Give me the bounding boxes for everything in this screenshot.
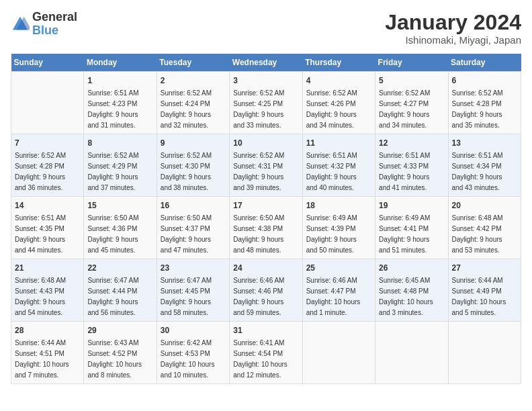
day-info: Sunrise: 6:52 AMSunset: 4:30 PMDaylight:… — [161, 150, 226, 193]
day-info: Sunrise: 6:50 AMSunset: 4:36 PMDaylight:… — [87, 213, 152, 256]
calendar-cell — [375, 322, 448, 384]
calendar-cell: 2Sunrise: 6:52 AMSunset: 4:24 PMDaylight… — [157, 72, 229, 134]
day-number: 4 — [306, 75, 371, 87]
calendar-week-2: 14Sunrise: 6:51 AMSunset: 4:35 PMDayligh… — [11, 197, 521, 259]
page-header: General Blue January 2024 Ishinomaki, Mi… — [11, 11, 521, 46]
day-info: Sunrise: 6:47 AMSunset: 4:44 PMDaylight:… — [87, 275, 152, 318]
day-info: Sunrise: 6:47 AMSunset: 4:45 PMDaylight:… — [161, 275, 226, 318]
calendar-cell: 20Sunrise: 6:48 AMSunset: 4:42 PMDayligh… — [448, 197, 521, 259]
dow-header-tuesday: Tuesday — [157, 54, 229, 72]
calendar-cell: 27Sunrise: 6:44 AMSunset: 4:49 PMDayligh… — [448, 259, 521, 322]
day-info: Sunrise: 6:51 AMSunset: 4:34 PMDaylight:… — [452, 150, 517, 193]
day-number: 3 — [233, 75, 298, 87]
day-info: Sunrise: 6:51 AMSunset: 4:35 PMDaylight:… — [15, 213, 80, 256]
day-info: Sunrise: 6:52 AMSunset: 4:28 PMDaylight:… — [452, 88, 517, 131]
day-number: 2 — [161, 75, 226, 87]
calendar-cell: 19Sunrise: 6:49 AMSunset: 4:41 PMDayligh… — [375, 197, 448, 259]
calendar-cell: 12Sunrise: 6:51 AMSunset: 4:33 PMDayligh… — [375, 134, 448, 197]
day-info: Sunrise: 6:50 AMSunset: 4:38 PMDaylight:… — [233, 213, 298, 256]
day-number: 27 — [452, 262, 517, 274]
logo-blue: Blue — [32, 24, 77, 38]
day-info: Sunrise: 6:43 AMSunset: 4:52 PMDaylight:… — [87, 338, 152, 381]
day-number: 14 — [15, 199, 80, 212]
day-number: 31 — [233, 324, 298, 336]
calendar-week-0: 1Sunrise: 6:51 AMSunset: 4:23 PMDaylight… — [11, 72, 521, 134]
day-info: Sunrise: 6:41 AMSunset: 4:54 PMDaylight:… — [233, 338, 298, 381]
day-info: Sunrise: 6:52 AMSunset: 4:29 PMDaylight:… — [87, 150, 152, 193]
day-number: 20 — [452, 199, 517, 212]
day-number: 12 — [379, 137, 444, 149]
dow-header-wednesday: Wednesday — [230, 54, 302, 72]
day-info: Sunrise: 6:49 AMSunset: 4:39 PMDaylight:… — [306, 213, 371, 256]
calendar-cell: 26Sunrise: 6:45 AMSunset: 4:48 PMDayligh… — [375, 259, 448, 322]
calendar-cell: 13Sunrise: 6:51 AMSunset: 4:34 PMDayligh… — [448, 134, 521, 197]
dow-header-monday: Monday — [84, 54, 157, 72]
day-number: 9 — [161, 137, 226, 149]
day-info: Sunrise: 6:52 AMSunset: 4:27 PMDaylight:… — [379, 88, 444, 131]
dow-header-saturday: Saturday — [448, 54, 521, 72]
day-number: 22 — [87, 262, 152, 274]
day-info: Sunrise: 6:51 AMSunset: 4:32 PMDaylight:… — [306, 150, 371, 193]
calendar-cell: 28Sunrise: 6:44 AMSunset: 4:51 PMDayligh… — [11, 322, 84, 384]
calendar-cell: 17Sunrise: 6:50 AMSunset: 4:38 PMDayligh… — [230, 197, 302, 259]
day-number: 5 — [379, 75, 444, 87]
calendar-cell: 15Sunrise: 6:50 AMSunset: 4:36 PMDayligh… — [84, 197, 157, 259]
calendar-cell: 22Sunrise: 6:47 AMSunset: 4:44 PMDayligh… — [84, 259, 157, 322]
day-number: 6 — [452, 75, 517, 87]
calendar-cell: 16Sunrise: 6:50 AMSunset: 4:37 PMDayligh… — [157, 197, 229, 259]
dow-header-thursday: Thursday — [302, 54, 375, 72]
calendar-table: SundayMondayTuesdayWednesdayThursdayFrid… — [11, 54, 521, 384]
day-info: Sunrise: 6:52 AMSunset: 4:31 PMDaylight:… — [233, 150, 298, 193]
calendar-cell: 7Sunrise: 6:52 AMSunset: 4:28 PMDaylight… — [11, 134, 84, 197]
day-info: Sunrise: 6:46 AMSunset: 4:47 PMDaylight:… — [306, 275, 371, 318]
day-number: 18 — [306, 199, 371, 212]
month-title: January 2024 — [385, 11, 521, 34]
day-number: 19 — [379, 199, 444, 212]
calendar-cell: 31Sunrise: 6:41 AMSunset: 4:54 PMDayligh… — [230, 322, 302, 384]
day-number: 13 — [452, 137, 517, 149]
day-info: Sunrise: 6:42 AMSunset: 4:53 PMDaylight:… — [161, 338, 226, 381]
day-info: Sunrise: 6:48 AMSunset: 4:42 PMDaylight:… — [452, 213, 517, 256]
day-number: 25 — [306, 262, 371, 274]
logo-icon — [11, 15, 30, 34]
calendar-cell: 3Sunrise: 6:52 AMSunset: 4:25 PMDaylight… — [230, 72, 302, 134]
location-title: Ishinomaki, Miyagi, Japan — [385, 34, 521, 46]
day-info: Sunrise: 6:52 AMSunset: 4:26 PMDaylight:… — [306, 88, 371, 131]
dow-header-sunday: Sunday — [11, 54, 84, 72]
logo-general: General — [32, 11, 77, 24]
day-info: Sunrise: 6:52 AMSunset: 4:25 PMDaylight:… — [233, 88, 298, 131]
day-number: 7 — [15, 137, 80, 149]
calendar-cell — [302, 322, 375, 384]
day-info: Sunrise: 6:45 AMSunset: 4:48 PMDaylight:… — [379, 275, 444, 318]
calendar-cell: 8Sunrise: 6:52 AMSunset: 4:29 PMDaylight… — [84, 134, 157, 197]
day-number: 28 — [15, 324, 80, 336]
day-number: 26 — [379, 262, 444, 274]
days-of-week-row: SundayMondayTuesdayWednesdayThursdayFrid… — [11, 54, 521, 72]
calendar-cell: 4Sunrise: 6:52 AMSunset: 4:26 PMDaylight… — [302, 72, 375, 134]
day-info: Sunrise: 6:50 AMSunset: 4:37 PMDaylight:… — [161, 213, 226, 256]
calendar-week-3: 21Sunrise: 6:48 AMSunset: 4:43 PMDayligh… — [11, 259, 521, 322]
day-number: 17 — [233, 199, 298, 212]
day-info: Sunrise: 6:51 AMSunset: 4:23 PMDaylight:… — [87, 88, 152, 131]
title-block: January 2024 Ishinomaki, Miyagi, Japan — [385, 11, 521, 46]
calendar-cell: 9Sunrise: 6:52 AMSunset: 4:30 PMDaylight… — [157, 134, 229, 197]
day-number: 29 — [87, 324, 152, 336]
dow-header-friday: Friday — [375, 54, 448, 72]
calendar-cell: 14Sunrise: 6:51 AMSunset: 4:35 PMDayligh… — [11, 197, 84, 259]
calendar-cell: 1Sunrise: 6:51 AMSunset: 4:23 PMDaylight… — [84, 72, 157, 134]
day-number: 11 — [306, 137, 371, 149]
day-number: 8 — [87, 137, 152, 149]
day-info: Sunrise: 6:51 AMSunset: 4:33 PMDaylight:… — [379, 150, 444, 193]
calendar-cell: 21Sunrise: 6:48 AMSunset: 4:43 PMDayligh… — [11, 259, 84, 322]
day-number: 10 — [233, 137, 298, 149]
day-info: Sunrise: 6:44 AMSunset: 4:49 PMDaylight:… — [452, 275, 517, 318]
calendar-cell: 11Sunrise: 6:51 AMSunset: 4:32 PMDayligh… — [302, 134, 375, 197]
calendar-cell — [448, 322, 521, 384]
calendar-cell: 6Sunrise: 6:52 AMSunset: 4:28 PMDaylight… — [448, 72, 521, 134]
calendar-cell: 25Sunrise: 6:46 AMSunset: 4:47 PMDayligh… — [302, 259, 375, 322]
day-number: 23 — [161, 262, 226, 274]
calendar-cell: 10Sunrise: 6:52 AMSunset: 4:31 PMDayligh… — [230, 134, 302, 197]
day-info: Sunrise: 6:44 AMSunset: 4:51 PMDaylight:… — [15, 338, 80, 381]
calendar-week-4: 28Sunrise: 6:44 AMSunset: 4:51 PMDayligh… — [11, 322, 521, 384]
calendar-cell: 30Sunrise: 6:42 AMSunset: 4:53 PMDayligh… — [157, 322, 229, 384]
